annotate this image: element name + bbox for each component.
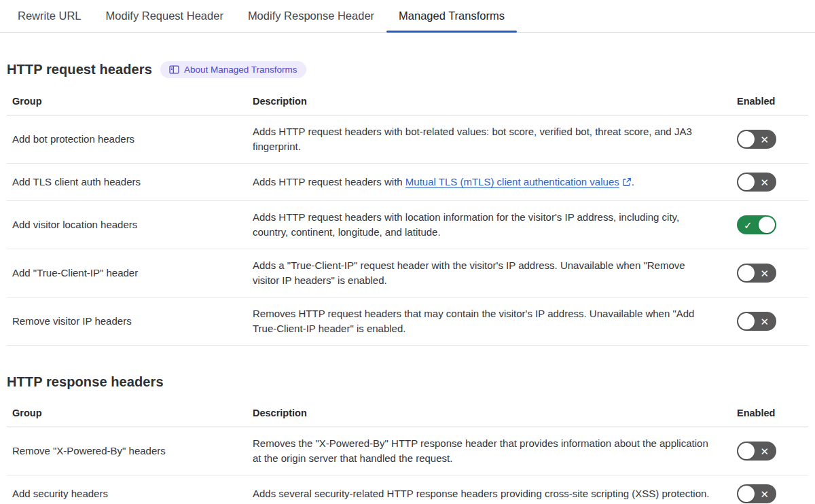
toggle-state-icon: ✕ bbox=[760, 446, 769, 456]
table-row: Add TLS client auth headers Adds HTTP re… bbox=[7, 164, 808, 201]
tab-label: Rewrite URL bbox=[18, 10, 82, 22]
table-header-row: Group Description Enabled bbox=[7, 88, 808, 115]
group-cell: Add bot protection headers bbox=[7, 123, 253, 156]
group-cell: Add "True-Client-IP" header bbox=[7, 257, 253, 289]
description-link[interactable]: Mutual TLS (mTLS) client authentication … bbox=[405, 176, 619, 187]
group-cell: Add security headers bbox=[7, 478, 253, 504]
group-cell: Add TLS client auth headers bbox=[7, 166, 253, 198]
toggle-knob bbox=[738, 265, 755, 281]
column-header-description: Description bbox=[253, 399, 730, 427]
enabled-toggle[interactable]: ✕ bbox=[737, 264, 776, 283]
about-managed-transforms-badge[interactable]: About Managed Transforms bbox=[160, 61, 306, 78]
request-headers-table: Group Description Enabled Add bot protec… bbox=[7, 88, 808, 346]
toggle-state-icon: ✕ bbox=[760, 489, 769, 499]
description-cell: Adds a "True-Client-IP" request header w… bbox=[253, 249, 730, 297]
toggle-state-icon: ✕ bbox=[760, 134, 769, 145]
tab-modify-request-header[interactable]: Modify Request Header bbox=[94, 0, 236, 32]
description-cell: Removes HTTP request headers that may co… bbox=[253, 298, 730, 345]
description-cell: Removes the "X-Powered-By" HTTP response… bbox=[253, 427, 730, 475]
table-body: Remove "X-Powered-By" headers Removes th… bbox=[7, 427, 808, 504]
group-cell: Remove "X-Powered-By" headers bbox=[7, 435, 253, 467]
enabled-toggle[interactable]: ✕ bbox=[737, 130, 776, 149]
toggle-state-icon: ✕ bbox=[760, 268, 769, 278]
tab-rewrite-url[interactable]: Rewrite URL bbox=[5, 0, 94, 32]
table-header-row: Group Description Enabled bbox=[7, 399, 808, 427]
column-header-enabled: Enabled bbox=[730, 88, 808, 115]
toggle-knob bbox=[738, 486, 755, 502]
group-cell: Add visitor location headers bbox=[7, 209, 253, 241]
table-row: Add security headers Adds several securi… bbox=[7, 475, 808, 504]
table-row: Remove "X-Powered-By" headers Removes th… bbox=[7, 427, 808, 475]
group-cell: Remove visitor IP headers bbox=[7, 305, 253, 338]
column-header-group: Group bbox=[7, 88, 253, 115]
request-headers-section: HTTP request headers About Managed Trans… bbox=[7, 61, 808, 346]
toggle-state-icon: ✕ bbox=[760, 317, 769, 327]
enabled-cell: ✕ bbox=[730, 475, 808, 504]
enabled-toggle[interactable]: ✕ bbox=[737, 442, 776, 461]
description-cell: Adds HTTP request headers with Mutual TL… bbox=[253, 166, 730, 198]
toggle-state-icon: ✕ bbox=[760, 177, 769, 187]
tab-managed-transforms[interactable]: Managed Transforms bbox=[386, 0, 517, 32]
tab-modify-response-header[interactable]: Modify Response Header bbox=[236, 0, 386, 32]
toggle-knob bbox=[738, 313, 755, 329]
response-headers-section: HTTP response headers Group Description … bbox=[7, 374, 808, 504]
toggle-state-icon: ✓ bbox=[744, 220, 753, 230]
column-header-enabled: Enabled bbox=[730, 399, 808, 427]
toggle-knob bbox=[738, 443, 755, 459]
enabled-toggle[interactable]: ✕ bbox=[737, 484, 776, 503]
enabled-toggle[interactable]: ✓ bbox=[737, 215, 776, 234]
column-header-description: Description bbox=[253, 88, 730, 115]
tab-label: Modify Request Header bbox=[106, 10, 223, 22]
column-header-group: Group bbox=[7, 399, 253, 427]
toggle-knob bbox=[738, 131, 755, 147]
enabled-cell: ✓ bbox=[730, 206, 808, 243]
badge-label: About Managed Transforms bbox=[184, 65, 297, 75]
tab-label: Managed Transforms bbox=[399, 10, 505, 22]
section-title: HTTP request headers bbox=[7, 62, 152, 77]
table-body: Add bot protection headers Adds HTTP req… bbox=[7, 115, 808, 346]
enabled-cell: ✕ bbox=[730, 433, 808, 469]
tab-label: Modify Response Header bbox=[248, 10, 374, 22]
description-cell: Adds several security-related HTTP respo… bbox=[253, 478, 730, 504]
table-row: Add visitor location headers Adds HTTP r… bbox=[7, 201, 808, 249]
enabled-toggle[interactable]: ✕ bbox=[737, 173, 776, 192]
enabled-cell: ✕ bbox=[730, 121, 808, 158]
table-row: Remove visitor IP headers Removes HTTP r… bbox=[7, 298, 808, 346]
enabled-cell: ✕ bbox=[730, 164, 808, 200]
enabled-cell: ✕ bbox=[730, 303, 808, 340]
enabled-toggle[interactable]: ✕ bbox=[737, 312, 776, 331]
table-row: Add "True-Client-IP" header Adds a "True… bbox=[7, 249, 808, 298]
response-headers-table: Group Description Enabled Remove "X-Powe… bbox=[7, 399, 808, 504]
table-row: Add bot protection headers Adds HTTP req… bbox=[7, 115, 808, 164]
tab-bar: Rewrite URL Modify Request Header Modify… bbox=[0, 0, 815, 33]
description-cell: Adds HTTP request headers with location … bbox=[253, 201, 730, 249]
external-link-icon bbox=[622, 177, 632, 187]
description-cell: Adds HTTP request headers with bot-relat… bbox=[253, 115, 730, 163]
section-title: HTTP response headers bbox=[7, 374, 164, 390]
toggle-knob bbox=[759, 217, 775, 233]
book-icon bbox=[169, 65, 179, 74]
enabled-cell: ✕ bbox=[730, 255, 808, 291]
toggle-knob bbox=[738, 174, 755, 190]
